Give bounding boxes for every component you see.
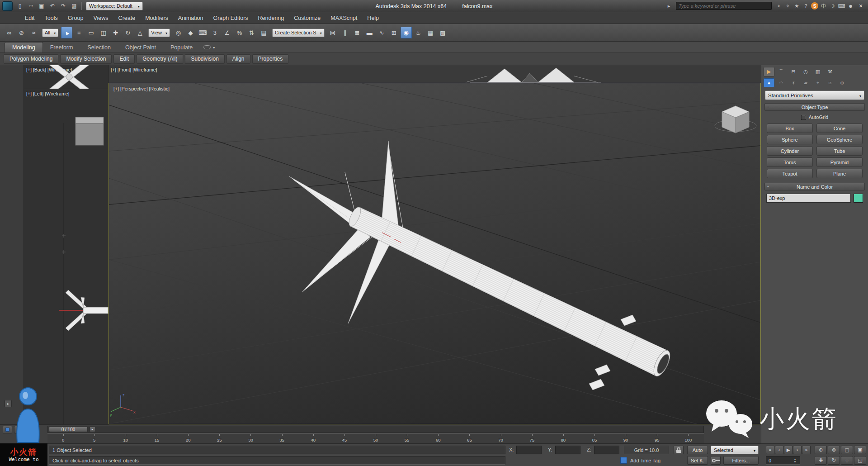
new-scene-icon[interactable]: ▯ [15,1,25,10]
autogrid-checkbox[interactable] [801,115,806,120]
z-coordinate-field[interactable] [594,446,619,454]
perspective-viewport-label[interactable]: [+] [Perspective] [Realistic] [113,86,170,91]
back-viewport[interactable]: [+] [Back] [Wireframe] [24,65,108,89]
motion-tab[interactable]: ◷ [800,67,811,76]
geometry-category[interactable]: ● [764,78,774,87]
keyboard-override-icon[interactable]: ⌨ [197,27,208,38]
primitive-button[interactable]: Teapot [767,169,813,178]
next-frame-arrow[interactable] [90,427,95,432]
primitive-button[interactable]: Sphere [767,135,813,144]
menu-item[interactable]: Rendering [253,12,289,24]
primitive-button[interactable]: Plane [816,169,863,178]
schematic-view-icon[interactable]: ⊞ [388,27,400,38]
time-slider-handle[interactable]: 0 / 100 [49,427,88,432]
select-and-link-icon[interactable]: ∞ [4,27,15,38]
redo-icon[interactable]: ↷ [58,1,68,10]
rocket-side-view[interactable] [59,290,108,331]
next-frame-button[interactable]: › [793,446,802,454]
curve-editor-icon[interactable]: ∿ [376,27,387,38]
zoom-extents-all-button[interactable]: ▣ [854,446,866,454]
previous-frame-button[interactable]: ‹ [775,446,783,454]
ribbon-panel-button[interactable]: Edit [113,54,135,64]
save-file-icon[interactable]: ▣ [37,1,47,10]
named-selection-sets-icon[interactable]: ▤ [258,27,269,38]
rendered-frame-icon[interactable]: ▦ [425,27,436,38]
play-button[interactable]: ▶ [784,446,793,454]
select-and-rotate-icon[interactable]: ↻ [122,27,133,38]
primitive-button[interactable]: Torus [767,157,813,167]
lights-category[interactable]: ☀ [788,78,799,87]
helpers-category[interactable]: ⌖ [812,78,823,87]
left-viewport-label[interactable]: [+] [Left] [Wireframe] [26,91,69,96]
undo-icon[interactable]: ↶ [47,1,57,10]
3dsmax-logo-icon[interactable] [2,1,13,11]
search-icon[interactable]: ⌖ [775,2,783,10]
moon-icon[interactable]: ☽ [829,2,836,10]
ribbon-panel-button[interactable]: Geometry (All) [137,54,183,64]
menu-item[interactable]: Graph Editors [208,12,253,24]
object-color-swatch[interactable] [854,194,863,203]
y-coordinate-field[interactable] [555,446,580,454]
ribbon-panel-button[interactable]: Polygon Modeling [4,54,58,64]
reference-coordinate-dropdown[interactable]: View [148,29,170,37]
spacewarps-category[interactable]: ≋ [825,78,835,87]
maximize-viewport-button[interactable]: ◱ [854,456,866,465]
left-viewport-canvas[interactable] [24,89,108,424]
layer-manager-icon[interactable]: ≣ [352,27,363,38]
ribbon-panel-button[interactable]: Subdivision [185,54,224,64]
use-pivot-center-icon[interactable]: ◎ [173,27,184,38]
selection-filter-dropdown[interactable]: All [42,29,58,37]
ribbon-panel-button[interactable]: Align [226,54,250,64]
menu-item[interactable]: MAXScript [326,12,362,24]
collapse-icon[interactable]: - [767,183,769,189]
ribbon-display-toggle[interactable] [200,44,218,52]
pan-button[interactable]: ✚ [815,456,827,465]
select-object-icon[interactable]: ▲ [61,27,72,38]
bind-to-space-warp-icon[interactable]: ≈ [28,27,39,38]
go-to-start-button[interactable]: « [766,446,774,454]
perspective-viewport[interactable]: [+] [Perspective] [Realistic] [108,83,761,424]
back-viewport-label[interactable]: [+] [Back] [Wireframe] [26,67,72,72]
primitive-subcategory-dropdown[interactable]: Standard Primitives [765,90,864,100]
go-to-end-button[interactable]: » [802,446,811,454]
project-folder-icon[interactable]: ▨ [69,1,79,10]
ribbon-panel-button[interactable]: Properties [252,54,289,64]
menu-item[interactable]: Edit [20,12,40,24]
set-key-button[interactable]: Set K. [687,456,708,465]
systems-category[interactable]: ⚙ [837,78,848,87]
front-viewport-label[interactable]: [+] [Front] [Wireframe] [111,67,157,72]
primitive-button[interactable]: GeoSphere [816,135,863,144]
user-icon[interactable]: ☻ [847,2,854,10]
select-by-name-icon[interactable]: ≡ [73,27,85,38]
hierarchy-tab[interactable]: ⊟ [788,67,799,76]
menu-item[interactable]: Views [88,12,113,24]
expand-arrow-icon[interactable]: ▸ [665,2,673,10]
front-viewport-canvas[interactable] [108,65,761,83]
orbit-button[interactable]: ↻ [828,456,840,465]
search-input[interactable] [679,3,769,9]
display-tab[interactable]: ▥ [812,67,823,76]
object-name-field[interactable]: 3D-exp [766,194,851,203]
window-crossing-icon[interactable]: ◫ [98,27,109,38]
menu-item[interactable]: Create [113,12,141,24]
menu-item[interactable]: Help [362,12,384,24]
align-icon[interactable]: ∥ [340,27,351,38]
rail-expand-button[interactable] [5,400,12,407]
render-production-icon[interactable]: ▩ [437,27,448,38]
menu-item[interactable]: Animation [173,12,208,24]
viewcube[interactable] [715,106,756,133]
help-icon[interactable]: ? [802,2,810,10]
percent-snap-icon[interactable]: % [234,27,245,38]
modify-tab[interactable]: ⌒ [776,67,787,76]
primitive-button[interactable]: Cylinder [767,146,813,156]
primitive-button[interactable]: Cone [816,124,863,133]
spinner-snap-icon[interactable]: ⇅ [246,27,257,38]
named-selection-set-dropdown[interactable]: Create Selection S [272,29,325,37]
cameras-category[interactable]: ▰ [800,78,811,87]
collapse-icon[interactable]: - [767,104,769,109]
zoom-region-button[interactable]: ◌ [841,456,853,465]
auto-key-button[interactable]: Auto [687,446,708,454]
ribbon-tab[interactable]: Populate [163,43,200,52]
name-color-rollout[interactable]: - Name and Color [764,183,865,190]
track-bar-ruler[interactable]: 0510152025303540455055606570758085909510… [47,433,704,443]
